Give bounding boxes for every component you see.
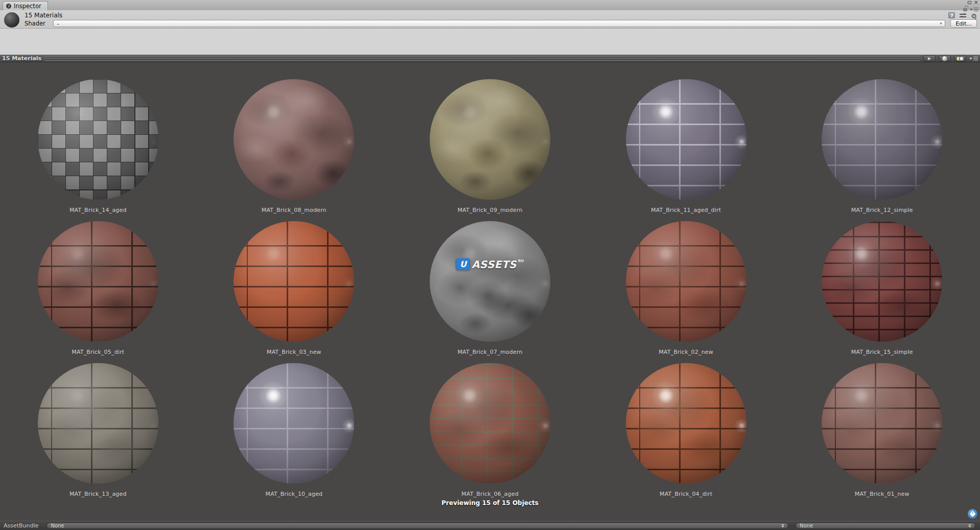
specular-highlight	[626, 221, 746, 342]
close-icon[interactable]: ×	[974, 1, 978, 5]
specular-highlight	[430, 79, 550, 200]
material-sphere-preview: UASSETSRU	[430, 221, 550, 342]
material-label: MAT_Brick_13_aged	[69, 491, 127, 497]
specular-highlight	[38, 79, 158, 200]
edit-button[interactable]: Edit...	[950, 19, 977, 28]
material-cell[interactable]: MAT_Brick_08_modern	[196, 73, 392, 214]
material-sphere-preview	[822, 363, 942, 484]
material-sphere-preview	[822, 221, 942, 342]
material-label: MAT_Brick_01_new	[855, 491, 909, 497]
help-icon[interactable]: ?	[948, 12, 955, 18]
play-button[interactable]: ▶	[923, 55, 936, 62]
specular-highlight	[38, 363, 158, 484]
dropdown-triangle-icon	[970, 9, 973, 11]
material-thumbnail[interactable]	[3, 11, 20, 28]
specular-highlight	[234, 221, 354, 342]
material-label: MAT_Brick_15_simple	[851, 349, 913, 355]
material-sphere-preview	[38, 363, 158, 484]
material-label: MAT_Brick_08_modern	[262, 207, 326, 213]
material-sphere-preview	[430, 363, 550, 484]
assetbundle-variant-dropdown[interactable]: None	[796, 523, 975, 529]
specular-highlight	[430, 221, 550, 342]
specular-highlight	[626, 363, 746, 484]
shader-value: –	[57, 20, 60, 27]
materials-grid: MAT_Brick_14_agedMAT_Brick_08_modernMAT_…	[0, 62, 980, 498]
material-cell[interactable]: MAT_Brick_09_modern	[392, 73, 588, 214]
material-cell[interactable]: MAT_Brick_05_dirt	[0, 214, 196, 356]
material-label: MAT_Brick_07_modern	[457, 349, 522, 355]
material-cell[interactable]: MAT_Brick_01_new	[784, 356, 980, 498]
preview-title: 15 Materials	[2, 55, 41, 62]
window-controls: ×	[963, 1, 978, 11]
gear-menu[interactable]: ⚙▾	[971, 11, 976, 20]
sphere-b-icon	[959, 56, 964, 61]
render-mode-button[interactable]	[954, 55, 966, 62]
maximize-icon[interactable]	[968, 1, 971, 4]
watermark-logo-icon: U	[456, 258, 470, 270]
material-cell[interactable]: MAT_Brick_15_simple	[784, 214, 980, 356]
play-icon: ▶	[928, 56, 931, 61]
material-sphere-preview	[430, 79, 550, 200]
shader-label: Shader	[25, 20, 53, 27]
material-cell[interactable]: MAT_Brick_11_aged_dirt	[588, 73, 784, 214]
material-cell[interactable]: UASSETSRUMAT_Brick_07_modern	[392, 214, 588, 356]
specular-highlight	[822, 363, 942, 484]
pane-menu-icon[interactable]	[970, 8, 978, 11]
preview-status: Previewing 15 of 15 Objects	[0, 499, 980, 507]
watermark-text: ASSETS	[472, 258, 517, 271]
presets-icon[interactable]	[960, 12, 966, 18]
updown-arrows-icon	[968, 524, 971, 527]
shader-dropdown[interactable]: – ▾	[53, 20, 945, 27]
material-label: MAT_Brick_04_dirt	[660, 491, 712, 497]
material-label: MAT_Brick_11_aged_dirt	[651, 207, 721, 213]
specular-highlight	[430, 363, 550, 484]
sphere-thumbnail-icon	[4, 12, 19, 28]
assetbundle-dropdown[interactable]: None	[46, 523, 788, 529]
material-sphere-preview	[38, 221, 158, 342]
tab-inspector[interactable]: i Inspector	[3, 1, 48, 10]
uassets-watermark: UASSETSRU	[456, 258, 524, 271]
specular-highlight	[626, 79, 746, 200]
asset-labels-button[interactable]	[968, 509, 977, 519]
preview-area: MAT_Brick_14_agedMAT_Brick_08_modernMAT_…	[0, 62, 980, 521]
material-label: MAT_Brick_02_new	[659, 349, 713, 355]
material-cell[interactable]: MAT_Brick_14_aged	[0, 73, 196, 214]
material-sphere-preview	[626, 221, 746, 342]
tag-icon	[969, 511, 976, 517]
material-label: MAT_Brick_05_dirt	[72, 349, 124, 355]
page-title: 15 Materials	[25, 12, 62, 19]
material-cell[interactable]: MAT_Brick_06_aged	[392, 356, 588, 498]
preview-title-bar[interactable]: 15 Materials ▶	[0, 55, 980, 62]
material-label: MAT_Brick_10_aged	[265, 491, 322, 497]
material-cell[interactable]: MAT_Brick_12_simple	[784, 73, 980, 214]
assetbundle-label: AssetBundle	[4, 522, 38, 529]
material-cell[interactable]: MAT_Brick_03_new	[196, 214, 392, 356]
assetbundle-bar: AssetBundle None None	[0, 521, 980, 530]
chevron-down-icon: ▾	[940, 21, 942, 26]
material-label: MAT_Brick_06_aged	[461, 491, 519, 497]
material-label: MAT_Brick_03_new	[267, 349, 321, 355]
material-cell[interactable]: MAT_Brick_04_dirt	[588, 356, 784, 498]
specular-highlight	[234, 363, 354, 484]
updown-arrows-icon	[781, 524, 784, 527]
material-cell[interactable]: MAT_Brick_02_new	[588, 214, 784, 356]
drag-handle[interactable]	[44, 56, 920, 61]
material-cell[interactable]: MAT_Brick_13_aged	[0, 356, 196, 498]
material-label: MAT_Brick_09_modern	[457, 207, 522, 213]
lock-icon[interactable]	[963, 8, 967, 11]
inspector-window: i Inspector × 15 Materials	[0, 0, 980, 530]
material-sphere-preview	[822, 79, 942, 200]
material-sphere-preview	[234, 79, 354, 200]
preview-menu-icon[interactable]	[969, 57, 978, 60]
tab-bar: i Inspector ×	[0, 0, 980, 10]
material-cell[interactable]: MAT_Brick_10_aged	[196, 356, 392, 498]
hamburger-icon	[973, 57, 978, 60]
material-label: MAT_Brick_12_simple	[851, 207, 913, 213]
specular-highlight	[38, 221, 158, 342]
preview-light-button[interactable]	[939, 55, 951, 62]
inspector-header: 15 Materials ? ⚙▾ Shader – ▾ Edit...	[0, 10, 980, 29]
material-sphere-preview	[38, 79, 158, 200]
tab-label: Inspector	[14, 3, 41, 10]
light-sphere-icon	[942, 56, 947, 61]
specular-highlight	[234, 79, 354, 200]
